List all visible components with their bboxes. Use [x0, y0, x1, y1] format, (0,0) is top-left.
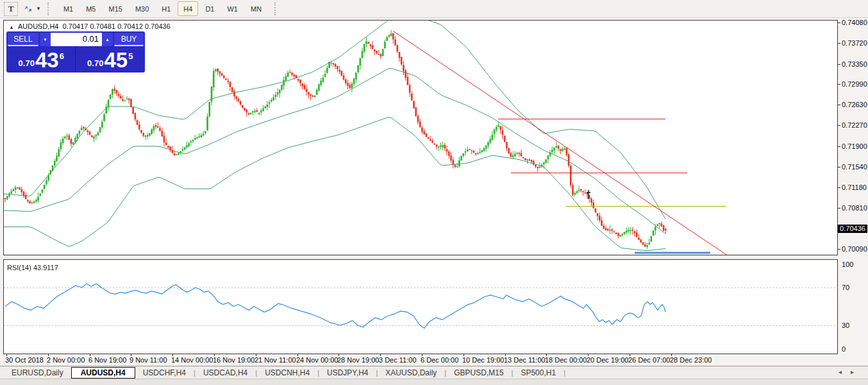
timeframe-button-h1[interactable]: H1	[156, 1, 176, 16]
tool-dropdown-caret[interactable]: ▼	[36, 6, 41, 12]
price-axis-tick	[838, 208, 840, 209]
price-axis-label: 0.74080	[842, 19, 867, 26]
chart-ohlc-values: 0.70417 0.70481 0.70412 0.70436	[63, 22, 171, 30]
time-axis-label: 24 Nov 00:00	[296, 356, 338, 364]
time-axis-label: 6 Nov 19:00	[88, 356, 126, 364]
time-axis-label: 13 Dec 11:00	[504, 356, 546, 364]
price-axis-tick	[838, 187, 840, 188]
volume-input[interactable]: 0.01	[51, 33, 102, 46]
buy-price-prefix: 0.70	[87, 58, 103, 68]
rsi-axis-label: 100	[842, 261, 853, 268]
one-click-trading-panel: SELL ▼ 0.01 ▲ BUY 0.70436 0.70455	[6, 31, 145, 73]
rsi-axis-label: 30	[842, 321, 849, 329]
timeframe-button-group: M1M5M15M30H1H4D1W1MN	[57, 1, 268, 16]
price-axis-label: 0.72270	[842, 121, 867, 129]
main-toolbar: T ▼ M1M5M15M30H1H4D1W1MN	[0, 0, 868, 18]
rsi-axis-label: 0	[842, 345, 846, 353]
rsi-axis-label: 70	[842, 284, 849, 291]
chart-tab-audusd[interactable]: AUDUSD,H4	[71, 367, 135, 379]
price-axis-label: 0.71900	[842, 142, 867, 150]
buy-price-pip: 5	[128, 51, 133, 61]
timeframe-button-m5[interactable]: M5	[80, 1, 101, 16]
chart-tab-bar: EURUSD,DailyAUDUSD,H4USDCHF,H4|USDCAD,H4…	[0, 366, 868, 379]
price-axis-label: 0.72630	[842, 101, 867, 108]
price-axis-tick	[838, 249, 840, 250]
price-axis-label: 0.70810	[842, 204, 867, 212]
chart-tab-usdcad[interactable]: USDCAD,H4	[196, 368, 255, 378]
arrows-glyph	[23, 4, 33, 14]
price-axis-label: 0.73720	[842, 39, 867, 47]
chart-tab-usdchf[interactable]: USDCHF,H4	[135, 368, 194, 378]
toolbar-separator	[47, 3, 52, 15]
chart-tab-usdjpy[interactable]: USDJPY,H4	[319, 368, 376, 378]
chart-tab-usdcnh[interactable]: USDCNH,H4	[257, 368, 317, 378]
price-axis[interactable]: 0.740800.737200.733500.729900.726300.722…	[837, 0, 868, 355]
timeframe-button-m15[interactable]: M15	[103, 1, 128, 16]
toolbar-separator-2	[274, 3, 279, 15]
chart-tabs: EURUSD,DailyAUDUSD,H4USDCHF,H4|USDCAD,H4…	[4, 367, 565, 379]
tab-scroll-right-icon[interactable]: ▸	[851, 368, 863, 375]
price-axis-tick	[838, 22, 840, 23]
timeframe-button-w1[interactable]: W1	[221, 1, 244, 16]
chart-tab-gbpusd[interactable]: GBPUSD,M15	[446, 368, 511, 378]
price-axis-tick	[838, 105, 840, 105]
price-axis-label: 0.71540	[842, 163, 867, 171]
arrow-objects-icon[interactable]	[22, 3, 35, 15]
chart-symbol-label: AUDUSD,H4	[18, 22, 59, 30]
rsi-canvas[interactable]	[4, 260, 837, 354]
time-axis-label: 14 Nov 00:00	[171, 356, 213, 364]
buy-price-display[interactable]: 0.70455	[77, 47, 144, 71]
price-axis-tick	[838, 84, 840, 85]
price-chart-pane: ▲AUDUSD,H4 0.70417 0.70481 0.70412 0.704…	[3, 20, 838, 255]
price-axis-tick	[838, 43, 840, 44]
price-axis-tick	[838, 125, 840, 126]
time-axis-label: 28 Dec 23:00	[670, 356, 712, 364]
terminal-window: T ▼ M1M5M15M30H1H4D1W1MN ▲AUDUSD,H4 0.70…	[0, 0, 868, 385]
timeframe-button-d1[interactable]: D1	[199, 1, 220, 16]
status-strip	[0, 379, 868, 385]
time-axis-label: 21 Nov 11:00	[255, 356, 296, 364]
sell-price-prefix: 0.70	[19, 58, 35, 68]
price-axis-label: 0.73350	[842, 60, 867, 68]
time-axis-label: 6 Dec 00:00	[421, 356, 458, 364]
timeframe-button-m30[interactable]: M30	[129, 1, 154, 16]
time-axis-label: 9 Nov 11:00	[129, 356, 167, 364]
chart-header: ▲AUDUSD,H4 0.70417 0.70481 0.70412 0.704…	[9, 22, 171, 30]
rsi-indicator-label: RSI(14) 43.9117	[7, 264, 58, 271]
volume-control: ▼ 0.01 ▲	[40, 33, 113, 46]
panel-collapse-icon[interactable]: ▲	[9, 24, 14, 30]
chart-tab-eurusd[interactable]: EURUSD,Daily	[4, 368, 71, 378]
sell-price-display[interactable]: 0.70436	[8, 47, 76, 71]
price-axis-tick	[838, 64, 840, 65]
time-axis-label: 28 Nov 19:00	[337, 356, 379, 364]
price-axis-label: 0.70090	[842, 245, 867, 253]
chart-tab-sp500[interactable]: SP500,H1	[513, 368, 563, 378]
time-axis-label: 2 Nov 00:00	[47, 356, 85, 364]
tab-scroll-left-icon[interactable]: ◂	[839, 368, 851, 375]
rsi-indicator-pane: RSI(14) 43.9117	[3, 259, 838, 354]
volume-increase-button[interactable]: ▲	[102, 33, 113, 46]
price-axis-tick	[838, 167, 840, 167]
price-axis-label: 0.71180	[842, 184, 867, 191]
chart-tab-xauusd[interactable]: XAUUSD,Daily	[378, 368, 444, 378]
buy-button[interactable]: BUY	[114, 33, 144, 46]
tab-separator: |	[563, 369, 565, 377]
timeframe-button-m1[interactable]: M1	[58, 1, 79, 16]
sell-price-pip: 6	[60, 51, 64, 61]
time-axis[interactable]: 30 Oct 20182 Nov 00:006 Nov 19:009 Nov 1…	[3, 354, 838, 364]
buy-price-big: 45	[104, 51, 128, 70]
time-axis-label: 3 Dec 11:00	[379, 356, 417, 364]
time-axis-label: 16 Nov 19:00	[213, 356, 255, 364]
current-price-tag: 0.70436	[838, 225, 867, 233]
timeframe-button-mn[interactable]: MN	[245, 1, 267, 16]
volume-decrease-button[interactable]: ▼	[40, 33, 51, 46]
tab-scroll-arrows: ◂▸	[839, 368, 863, 375]
price-axis-tick	[838, 146, 840, 147]
price-axis-label: 0.72990	[842, 80, 867, 88]
sell-button[interactable]: SELL	[8, 33, 38, 46]
text-tool-icon[interactable]: T	[4, 2, 18, 16]
time-axis-label: 10 Dec 19:00	[462, 356, 504, 364]
time-axis-label: 18 Dec 00:00	[545, 356, 587, 364]
sell-price-big: 43	[35, 51, 59, 70]
timeframe-button-h4[interactable]: H4	[178, 1, 198, 16]
